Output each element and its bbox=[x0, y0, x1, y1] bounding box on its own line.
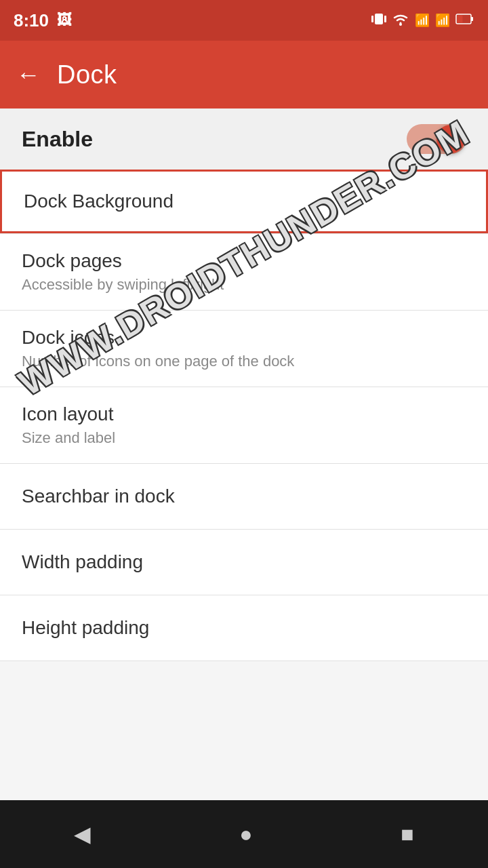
icon-layout-subtitle: Size and label bbox=[22, 429, 466, 447]
vibrate-icon bbox=[371, 11, 386, 31]
back-button[interactable]: ← bbox=[16, 60, 41, 89]
dock-icons-title: Dock icons bbox=[22, 327, 466, 349]
icon-layout-title: Icon layout bbox=[22, 403, 466, 425]
nav-home-button[interactable]: ● bbox=[239, 822, 252, 847]
nav-back-button[interactable]: ◀ bbox=[74, 821, 91, 847]
width-padding-label: Width padding bbox=[22, 551, 143, 572]
status-left: 8:10 🖼 bbox=[14, 10, 72, 31]
enable-row: Enable bbox=[0, 108, 488, 170]
dock-pages-row[interactable]: Dock pages Accessible by swiping left/ri… bbox=[0, 234, 488, 310]
searchbar-label: Searchbar in dock bbox=[22, 486, 175, 507]
wifi-icon bbox=[392, 12, 409, 29]
searchbar-row[interactable]: Searchbar in dock bbox=[0, 464, 488, 529]
battery-icon bbox=[455, 13, 474, 28]
svg-rect-6 bbox=[458, 15, 463, 22]
status-bar: 8:10 🖼 📶 📶 bbox=[0, 0, 488, 41]
svg-rect-1 bbox=[371, 16, 373, 22]
dock-icons-row[interactable]: Dock icons Number of icons on one page o… bbox=[0, 311, 488, 387]
signal-icon-2: 📶 bbox=[435, 13, 450, 28]
svg-point-3 bbox=[399, 23, 402, 26]
svg-rect-0 bbox=[375, 14, 383, 24]
dock-background-label: Dock Background bbox=[24, 191, 174, 212]
height-padding-row[interactable]: Height padding bbox=[0, 595, 488, 660]
status-right: 📶 📶 bbox=[371, 11, 474, 31]
nav-recents-button[interactable]: ■ bbox=[401, 822, 413, 847]
nav-bar: ◀ ● ■ bbox=[0, 800, 488, 868]
dock-pages-subtitle: Accessible by swiping left/right bbox=[22, 276, 466, 294]
time-display: 8:10 bbox=[14, 10, 49, 31]
app-bar: ← Dock bbox=[0, 41, 488, 108]
enable-label: Enable bbox=[22, 127, 93, 152]
divider-7 bbox=[0, 660, 488, 661]
icon-layout-row[interactable]: Icon layout Size and label bbox=[0, 387, 488, 463]
height-padding-label: Height padding bbox=[22, 617, 149, 638]
dock-icons-subtitle: Number of icons on one page of the dock bbox=[22, 353, 466, 370]
toggle-knob bbox=[436, 125, 465, 153]
page-title: Dock bbox=[57, 60, 117, 90]
dock-pages-title: Dock pages bbox=[22, 250, 466, 272]
screenshot-icon: 🖼 bbox=[57, 12, 72, 29]
width-padding-row[interactable]: Width padding bbox=[0, 530, 488, 595]
signal-icon-1: 📶 bbox=[415, 13, 430, 28]
svg-rect-2 bbox=[384, 16, 386, 22]
dock-background-row[interactable]: Dock Background bbox=[0, 170, 488, 233]
enable-toggle[interactable] bbox=[407, 124, 466, 154]
svg-rect-5 bbox=[471, 17, 473, 21]
